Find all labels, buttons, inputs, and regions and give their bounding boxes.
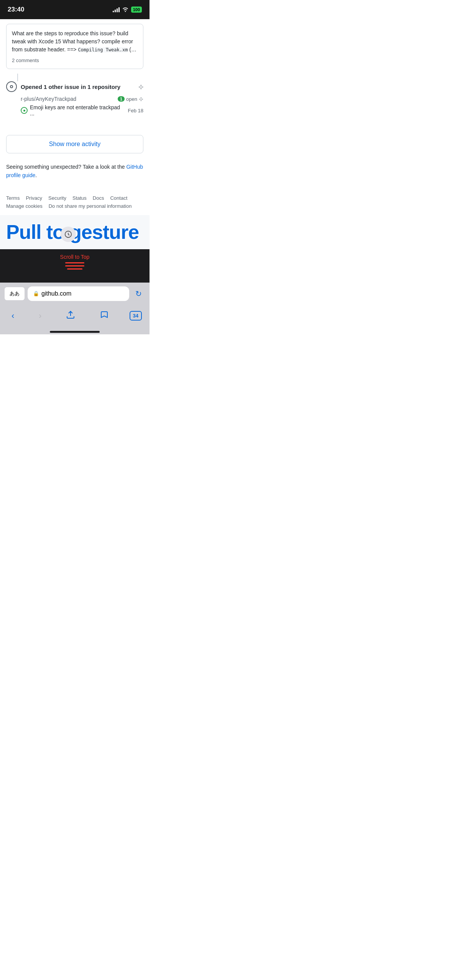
- forward-button[interactable]: ›: [35, 309, 45, 323]
- bottom-dark-area: Scroll to Top: [0, 249, 150, 283]
- footer-link-privacy[interactable]: Privacy: [26, 195, 42, 201]
- profile-guide-suffix: .: [35, 172, 37, 178]
- footer-link-terms[interactable]: Terms: [6, 195, 20, 201]
- browser-bar: ああ 🔒 github.com ↻: [0, 283, 150, 305]
- activity-title: Opened 1 other issue in 1 repository: [21, 84, 135, 90]
- footer-link-contact[interactable]: Contact: [110, 195, 127, 201]
- repo-item: r-plus/AnyKeyTrackpad 1 open ⊹ Emoji key…: [21, 96, 143, 117]
- expand-icon[interactable]: ⊹: [138, 83, 143, 90]
- battery-indicator: 100: [131, 7, 142, 13]
- show-more-activity-button[interactable]: Show more activity: [6, 135, 143, 153]
- tab-count-badge[interactable]: 34: [130, 311, 142, 321]
- issue-title[interactable]: Emoji keys are not enterable trackpad ..…: [30, 104, 126, 117]
- activity-icon: [6, 81, 17, 92]
- hamburger-line-3: [67, 268, 82, 270]
- repo-expand-icon[interactable]: ⊹: [139, 96, 143, 102]
- footer-link-cookies[interactable]: Manage cookies: [6, 203, 43, 209]
- footer-link-status[interactable]: Status: [72, 195, 87, 201]
- issue-comments: 2 comments: [12, 58, 138, 63]
- issue-date: Feb 18: [128, 108, 143, 113]
- back-button[interactable]: ‹: [8, 309, 18, 323]
- activity-header: Opened 1 other issue in 1 repository ⊹: [6, 81, 143, 92]
- signal-icon: [113, 7, 120, 12]
- status-time: 23:40: [8, 6, 24, 13]
- main-content: What are the steps to reproduce this iss…: [0, 24, 150, 249]
- hamburger-line-2: [65, 265, 84, 266]
- open-label: open: [126, 96, 137, 102]
- footer: Terms Privacy Security Status Docs Conta…: [0, 180, 150, 215]
- profile-guide-text: Seeing something unexpected? Take a look…: [6, 164, 126, 170]
- pull-gesture-icon: [61, 227, 76, 242]
- timeline-line-top: [17, 74, 18, 81]
- scroll-to-top-label[interactable]: Scroll to Top: [6, 254, 143, 260]
- footer-links-row2: Manage cookies Do not share my personal …: [6, 203, 143, 209]
- wifi-icon: [122, 7, 129, 13]
- open-count: 1: [118, 96, 125, 102]
- hamburger-menu-icon: [6, 262, 143, 270]
- repo-open-badge: 1 open ⊹: [118, 96, 143, 102]
- hamburger-line-1: [65, 262, 84, 263]
- activity-section: Opened 1 other issue in 1 repository ⊹ r…: [0, 74, 150, 129]
- url-text: github.com: [41, 290, 71, 297]
- issue-open-dot: [23, 110, 25, 112]
- language-button[interactable]: ああ: [5, 287, 25, 300]
- profile-guide-section: Seeing something unexpected? Take a look…: [0, 159, 150, 180]
- reload-button[interactable]: ↻: [132, 288, 145, 300]
- issue-card: What are the steps to reproduce this iss…: [6, 24, 143, 69]
- issue-open-icon: [21, 107, 28, 114]
- footer-link-security[interactable]: Security: [48, 195, 66, 201]
- lock-icon: 🔒: [33, 291, 39, 296]
- url-bar[interactable]: 🔒 github.com: [28, 286, 129, 301]
- bottom-nav: ‹ › 34: [0, 305, 150, 329]
- footer-links-row1: Terms Privacy Security Status Docs Conta…: [6, 195, 143, 201]
- footer-link-docs[interactable]: Docs: [93, 195, 104, 201]
- status-bar: 23:40 100: [0, 0, 150, 19]
- home-bar: [50, 331, 100, 333]
- repo-name-row: r-plus/AnyKeyTrackpad 1 open ⊹: [21, 96, 143, 102]
- spacer: [6, 120, 143, 129]
- status-icons: 100: [113, 7, 142, 13]
- issue-card-text: What are the steps to reproduce this iss…: [12, 30, 138, 54]
- activity-icon-inner: [10, 85, 13, 88]
- scroll-to-top-section: Scroll to Top: [6, 254, 143, 270]
- pull-gesture-overlay: Pull to gesture: [0, 215, 150, 249]
- issue-item-row: Emoji keys are not enterable trackpad ..…: [21, 104, 143, 117]
- home-indicator: [0, 329, 150, 334]
- bookmarks-button[interactable]: [96, 308, 113, 324]
- share-button[interactable]: [62, 308, 79, 324]
- footer-link-no-share[interactable]: Do not share my personal information: [49, 203, 132, 209]
- repo-name[interactable]: r-plus/AnyKeyTrackpad: [21, 96, 76, 102]
